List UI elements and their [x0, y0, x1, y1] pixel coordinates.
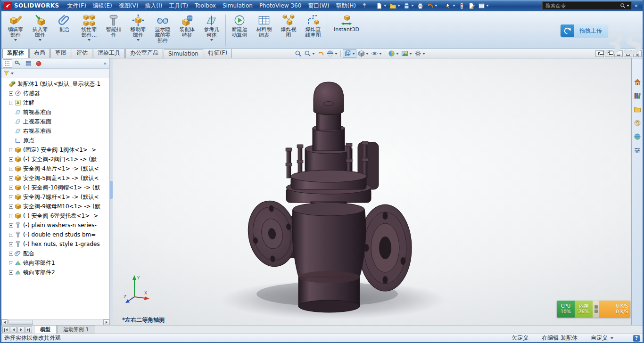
ribbon-bill-of-materials[interactable]: 材料明 细表: [252, 13, 276, 47]
tree-horizontal-scrollbar[interactable]: [1, 319, 109, 325]
tree-item-annotations[interactable]: 注解: [1, 98, 109, 107]
section-view-icon[interactable]: [326, 49, 339, 57]
previous-view-icon[interactable]: [316, 49, 325, 57]
menu-file[interactable]: 文件(F): [64, 1, 90, 11]
tree-item-toolbox-part[interactable]: (-) hex nuts, style 1-grades: [1, 239, 109, 249]
rebuild-button[interactable]: [457, 2, 467, 10]
menu-view[interactable]: 视图(V): [116, 1, 142, 11]
resources-home-icon[interactable]: [633, 77, 642, 87]
apply-scene-icon[interactable]: [400, 49, 413, 57]
expand-toggle[interactable]: [9, 101, 13, 105]
expand-toggle[interactable]: [9, 204, 13, 209]
expand-toggle[interactable]: [9, 261, 13, 265]
ribbon-edit-component[interactable]: 编辑零 部件: [3, 13, 28, 47]
tab-simulation[interactable]: Simulation: [164, 49, 203, 58]
tree-item-top-plane[interactable]: 上视基准面: [1, 117, 109, 126]
next-tab-icon[interactable]: [17, 327, 25, 333]
scroll-right-icon[interactable]: [103, 319, 109, 325]
view-palette-icon[interactable]: [633, 118, 642, 128]
edit-appearance-icon[interactable]: [387, 49, 400, 57]
tree-item-assembly-root[interactable]: 装配体1 (默认<默认_显示状态-1: [1, 79, 109, 89]
scroll-left-icon[interactable]: [1, 319, 8, 325]
tree-item-part[interactable]: (-) 安全阀-6弹簧托盘<1> ->: [1, 211, 109, 220]
ribbon-new-motion-study[interactable]: 新建运 动算例: [227, 13, 252, 47]
open-button[interactable]: [388, 2, 402, 10]
tab-sketch[interactable]: 草图: [50, 48, 71, 58]
appearances-scenes-icon[interactable]: [633, 132, 642, 141]
drag-upload-button[interactable]: 拖拽上传: [561, 24, 608, 37]
expand-toggle[interactable]: [9, 186, 13, 190]
expand-toggle[interactable]: [9, 214, 13, 218]
tree-item-part[interactable]: (固定) 安全阀-1阀体<1> ->: [1, 145, 109, 155]
ribbon-move-component[interactable]: 移动零 部件: [126, 13, 150, 47]
expand-toggle[interactable]: [9, 157, 13, 162]
tree-item-part[interactable]: 安全阀-9螺母M10<1> -> (默: [1, 202, 109, 211]
tree-item-mates[interactable]: 配合: [1, 249, 109, 258]
ribbon-explode-line-sketch[interactable]: 爆炸直 线草图: [301, 13, 325, 47]
custom-properties-icon[interactable]: [633, 146, 642, 155]
print-button[interactable]: [415, 2, 425, 10]
tree-item-part[interactable]: 安全阀-7螺杆<1> -> (默认<: [1, 192, 109, 202]
ribbon-assembly-features[interactable]: 装配体 特征: [175, 13, 199, 47]
configuration-manager-tab[interactable]: [24, 59, 33, 68]
display-manager-tab[interactable]: [34, 59, 43, 68]
expand-toggle[interactable]: [9, 167, 13, 171]
tab-office-products[interactable]: 办公室产品: [125, 48, 163, 58]
first-tab-icon[interactable]: [2, 327, 9, 333]
select-button[interactable]: [443, 2, 457, 10]
ribbon-smart-fasteners[interactable]: 智能扣 件: [101, 13, 126, 47]
expand-toggle[interactable]: [9, 195, 13, 199]
save-button[interactable]: [402, 2, 415, 10]
property-manager-tab[interactable]: [13, 59, 23, 68]
tab-evaluate[interactable]: 评估: [72, 48, 92, 58]
menu-photoview[interactable]: PhotoView 360: [256, 1, 305, 10]
last-tab-icon[interactable]: [25, 327, 32, 333]
file-explorer-icon[interactable]: [633, 105, 642, 114]
expand-toggle[interactable]: [9, 233, 13, 237]
tree-item-part[interactable]: 安全阀-4垫片<1> -> (默认<: [1, 164, 109, 173]
tab-motion-study[interactable]: 运动算例 1: [57, 325, 95, 334]
tree-item-right-plane[interactable]: 右视基准面: [1, 126, 109, 136]
menu-toolbox[interactable]: Toolbox: [191, 1, 219, 10]
menu-help[interactable]: 帮助(H): [333, 1, 359, 11]
new-document-button[interactable]: [374, 2, 388, 10]
tree-item-sensors[interactable]: 传感器: [1, 89, 109, 98]
expand-toggle[interactable]: [9, 91, 13, 96]
scrollbar-thumb[interactable]: [8, 320, 33, 325]
display-style-icon[interactable]: [357, 49, 370, 57]
tab-render-tools[interactable]: 渲染工具: [93, 48, 125, 58]
menu-insert[interactable]: 插入(I): [141, 1, 165, 11]
tree-item-origin[interactable]: 原点: [1, 136, 109, 145]
expand-toggle[interactable]: [9, 223, 13, 228]
tree-item-part[interactable]: (-) 安全阀-2阀门<1> -> (默: [1, 155, 109, 164]
tab-assembly[interactable]: 装配体: [2, 48, 29, 58]
ribbon-reference-geometry[interactable]: 参考几 何体: [199, 13, 224, 47]
file-properties-button[interactable]: [467, 2, 477, 10]
hide-show-items-icon[interactable]: [370, 49, 383, 57]
ribbon-insert-component[interactable]: 插入零 部件: [28, 13, 52, 47]
filter-funnel-icon[interactable]: [3, 70, 9, 76]
filter-dropdown-icon[interactable]: [11, 73, 14, 74]
tab-layout[interactable]: 布局: [29, 48, 50, 58]
expand-toggle[interactable]: [9, 176, 13, 180]
view-settings-icon[interactable]: [413, 49, 426, 57]
expand-toggle[interactable]: [9, 270, 13, 275]
menu-tools[interactable]: 工具(T): [165, 1, 191, 11]
search-dropdown-icon[interactable]: [627, 5, 629, 7]
prev-tab-icon[interactable]: [10, 327, 17, 333]
feature-manager-tab[interactable]: [3, 59, 12, 68]
ribbon-show-hidden[interactable]: 显示隐 藏的零 部件: [150, 13, 175, 47]
ribbon-linear-pattern[interactable]: 线性零 部件...: [77, 13, 101, 47]
search-input[interactable]: [545, 2, 620, 9]
menu-edit[interactable]: 编辑(E): [90, 1, 116, 11]
tab-model[interactable]: 模型: [34, 325, 57, 334]
ribbon-mate[interactable]: 配合: [52, 13, 77, 47]
tree-item-toolbox-part[interactable]: (-) double end studs bm=: [1, 230, 109, 239]
view-orientation-icon[interactable]: [343, 49, 356, 58]
ribbon-instant3d[interactable]: Instant3D: [329, 13, 364, 47]
pin-menu-icon[interactable]: [361, 2, 368, 9]
options-button[interactable]: [477, 2, 490, 10]
help-icon[interactable]: [633, 335, 640, 342]
undo-button[interactable]: [425, 2, 439, 10]
menu-window[interactable]: 窗口(W): [305, 1, 332, 11]
